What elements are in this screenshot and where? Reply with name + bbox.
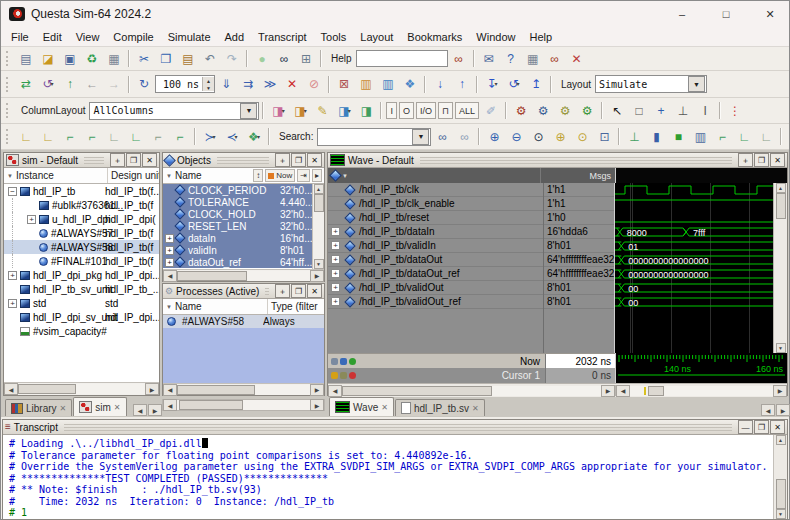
close-doc-icon[interactable]: ✕ xyxy=(567,49,587,68)
expander-icon[interactable]: − xyxy=(8,187,17,196)
search-down-icon[interactable]: ∞ xyxy=(432,127,452,146)
toolbar-handle[interactable] xyxy=(6,129,11,144)
environment-up-icon[interactable]: ↑ xyxy=(60,75,80,94)
search-up-icon[interactable]: ∞ xyxy=(454,127,474,146)
tab-scroll-left-icon[interactable]: ◀ xyxy=(133,404,147,416)
chevron-down-icon[interactable]: ▾ xyxy=(304,108,307,114)
run-length-input[interactable]: 100 ns▲▼ xyxy=(155,75,215,93)
close-tab-icon[interactable]: ✕ xyxy=(381,403,388,412)
toolbar-handle[interactable] xyxy=(6,77,11,92)
filter-icon[interactable]: ▼ xyxy=(166,173,172,179)
filter-icon[interactable]: ▼ xyxy=(7,173,13,179)
toolbar-handle[interactable] xyxy=(6,51,11,66)
scroll-left-icon[interactable]: ◀ xyxy=(4,383,18,395)
tab-scroll-right-icon[interactable]: ▶ xyxy=(148,404,162,416)
waveform-row[interactable]: 0000000000000000 xyxy=(615,267,773,281)
goto-last-icon[interactable]: ⇥ xyxy=(297,169,310,182)
menu-window[interactable]: Window xyxy=(469,29,522,45)
scroll-right-icon[interactable]: ▶ xyxy=(773,385,787,397)
panel-undock-button[interactable]: ❐ xyxy=(126,153,141,167)
wave-edit-icon[interactable]: ∟ xyxy=(126,127,146,146)
wave-signal-row[interactable]: +/hdl_IP_tb/dataOut_ref xyxy=(328,267,543,281)
refresh-view-icon[interactable]: ❖ xyxy=(400,75,420,94)
objects-row[interactable]: CLOCK_PERIOD32'h0... xyxy=(163,184,312,196)
zoom-range-icon[interactable]: ⊙ xyxy=(572,127,592,146)
show-full-icon[interactable]: ■ xyxy=(668,127,688,146)
panel-close-button[interactable]: ✕ xyxy=(770,153,785,167)
instance-column-header[interactable]: ▼ Instance xyxy=(4,168,108,183)
panel-drag-handle[interactable] xyxy=(265,288,269,295)
lock-icon[interactable] xyxy=(331,372,338,379)
sort-icon[interactable]: ↕ xyxy=(253,169,263,182)
edit-cursor-icon[interactable] xyxy=(331,358,338,365)
panel-close-button[interactable]: ✕ xyxy=(142,153,157,167)
edit-wave-icon[interactable]: ✎ xyxy=(312,101,332,120)
collapse-time-icon[interactable]: ≻▾ xyxy=(200,127,220,146)
menu-view[interactable]: View xyxy=(69,29,107,45)
show-drivers-icon[interactable]: ▮ xyxy=(646,127,666,146)
zoom-full-icon[interactable]: ⊙ xyxy=(528,127,548,146)
filter-internal-button[interactable]: ⊓ xyxy=(438,102,453,119)
minimize-button[interactable]: – xyxy=(663,1,701,27)
panel-add-button[interactable]: ＋ xyxy=(738,153,753,167)
paste-icon[interactable]: ▤ xyxy=(178,49,198,68)
chevron-down-icon[interactable]: ▼ xyxy=(342,173,348,179)
monitor-icon[interactable] xyxy=(340,358,347,365)
scroll-left-icon[interactable]: ◀ xyxy=(616,385,630,397)
expander-icon[interactable]: + xyxy=(331,255,340,264)
new-file-icon[interactable]: ▤ xyxy=(16,49,36,68)
chevron-down-icon[interactable]: ▾ xyxy=(213,134,216,140)
panel-undock-button[interactable]: ❐ xyxy=(291,153,306,167)
mid-hscrollbar[interactable]: ◀ ▶ xyxy=(162,399,325,411)
type-column-header[interactable]: Type (filter xyxy=(268,299,324,314)
scroll-down-icon[interactable]: ▼ xyxy=(314,259,324,269)
message-icon[interactable]: ✉ xyxy=(479,49,499,68)
tab-library[interactable]: Library✕ xyxy=(5,399,72,416)
scroll-left-icon[interactable]: ◀ xyxy=(163,399,177,411)
reload-icon[interactable]: ♻ xyxy=(82,49,102,68)
waveform-row[interactable]: 00 xyxy=(615,295,773,309)
step-back-icon[interactable]: ↺▾ xyxy=(504,75,524,94)
reload-sim-icon[interactable]: ↺▾ xyxy=(38,75,58,94)
tree-row[interactable]: +stdstd xyxy=(4,296,159,310)
insert-time-icon[interactable]: ❖▾ xyxy=(244,127,264,146)
wave-signal-names[interactable]: /hdl_IP_tb/clk/hdl_IP_tb/clk_enable/hdl_… xyxy=(328,183,543,353)
help-input[interactable] xyxy=(356,50,448,67)
msgs-column-header[interactable]: Msgs xyxy=(540,168,615,183)
menu-file[interactable]: File xyxy=(4,29,36,45)
expander-icon[interactable]: + xyxy=(331,283,340,292)
panel-undock-button[interactable]: ❐ xyxy=(754,153,769,167)
wave-edit-icon[interactable]: ∟ xyxy=(104,127,124,146)
menu-transcript[interactable]: Transcript xyxy=(251,29,314,45)
tree-row[interactable]: +u_hdl_IP_dpihdl_IP_dpi( xyxy=(4,212,159,226)
forward-icon[interactable]: → xyxy=(104,75,124,94)
copy-icon[interactable]: ❐ xyxy=(156,49,176,68)
zoom-in-icon[interactable]: ⊕ xyxy=(484,127,504,146)
now-filter-button[interactable]: Now xyxy=(265,169,295,182)
menu-tools[interactable]: Tools xyxy=(314,29,354,45)
run-continue-icon[interactable]: ⇉ xyxy=(238,75,258,94)
name-column-header[interactable]: ▼ Name xyxy=(163,168,253,183)
close-tab-icon[interactable]: ✕ xyxy=(60,404,67,413)
spin-down-icon[interactable]: ▼ xyxy=(203,84,214,91)
wrench-icon[interactable] xyxy=(340,372,347,379)
expander-icon[interactable]: + xyxy=(331,297,340,306)
wave-signal-row[interactable]: +/hdl_IP_tb/dataOut xyxy=(328,253,543,267)
expander-icon[interactable]: + xyxy=(8,299,17,308)
waveform-row[interactable] xyxy=(615,211,773,225)
wave-canvas[interactable]: 80007fff01000000000000000000000000000000… xyxy=(614,183,773,353)
wave-signal-row[interactable]: +/hdl_IP_tb/validOut_ref xyxy=(328,295,543,309)
close-tab-icon[interactable]: ✕ xyxy=(114,403,121,412)
cut-icon[interactable]: ✂ xyxy=(134,49,154,68)
panel-drag-handle[interactable] xyxy=(84,157,104,164)
scroll-up-icon[interactable]: ▲ xyxy=(776,435,786,445)
menu-help[interactable]: Help xyxy=(522,29,559,45)
process-row[interactable]: #ALWAYS#58Always xyxy=(163,315,324,328)
layout-select[interactable]: Simulate▼ xyxy=(595,75,707,93)
objects-row[interactable]: +validIn8'h01 xyxy=(163,244,312,256)
scroll-right-icon[interactable]: ▶ xyxy=(310,384,324,396)
expander-icon[interactable]: + xyxy=(331,227,340,236)
wave-signal-row[interactable]: /hdl_IP_tb/clk_enable xyxy=(328,197,543,211)
restart-icon[interactable]: ⇄ xyxy=(16,75,36,94)
expander-icon[interactable]: + xyxy=(8,271,17,280)
